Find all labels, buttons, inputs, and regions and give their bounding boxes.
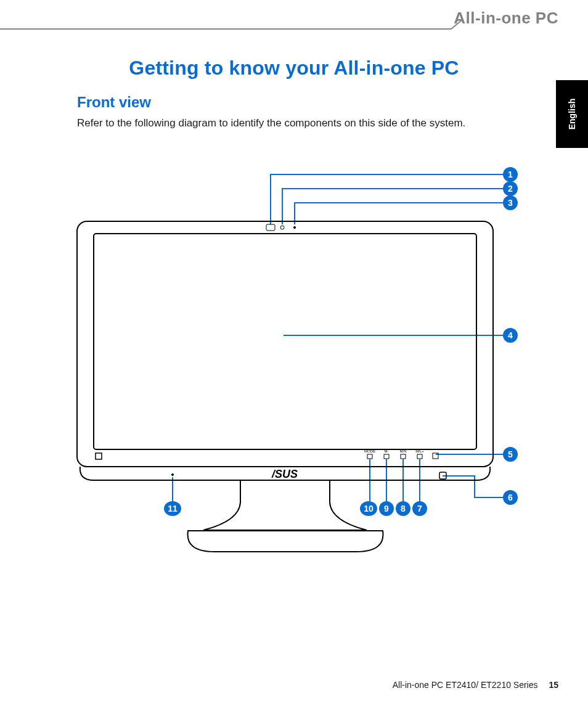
intro-text: Refer to the following diagram to identi…	[77, 117, 465, 129]
svg-text:M/L+: M/L+	[415, 449, 424, 453]
callout-4: 4	[503, 328, 518, 343]
svg-point-11	[293, 226, 295, 228]
footer-page-number: 15	[549, 680, 558, 690]
header-brand-title: All-in-one PC	[454, 9, 558, 28]
callout-3: 3	[503, 195, 518, 210]
front-view-diagram: MODE M- M/N M/L+ /SUS 1 2 3 4 5 6 7	[68, 157, 536, 558]
callout-6: 6	[503, 490, 518, 505]
callout-11: 11	[164, 501, 181, 516]
footer: All-in-one PC ET2410/ ET2210 Series 15	[393, 680, 558, 690]
svg-rect-8	[94, 234, 476, 449]
callout-7: 7	[412, 501, 427, 516]
header-rule	[0, 28, 451, 30]
callout-8: 8	[396, 501, 410, 516]
footer-model: All-in-one PC ET2410/ ET2210 Series	[393, 680, 538, 690]
svg-point-10	[280, 226, 284, 229]
callout-10: 10	[360, 501, 377, 516]
bezel-label-mode: MODE	[364, 449, 375, 453]
page-title: Getting to know your All-in-one PC	[0, 57, 588, 80]
svg-text:M/N: M/N	[400, 449, 407, 453]
svg-rect-9	[266, 224, 275, 231]
language-tab: English	[556, 80, 588, 148]
callout-1: 1	[503, 167, 518, 182]
callout-9: 9	[379, 501, 394, 516]
svg-rect-12	[96, 453, 102, 459]
svg-point-22	[171, 473, 174, 476]
svg-rect-7	[77, 221, 493, 467]
callout-5: 5	[503, 447, 518, 462]
svg-rect-16	[367, 454, 372, 459]
svg-rect-17	[384, 454, 389, 459]
section-heading: Front view	[77, 94, 151, 111]
svg-text:M-: M-	[385, 449, 389, 453]
svg-rect-19	[417, 454, 422, 459]
svg-rect-18	[401, 454, 406, 459]
brand-logo: /SUS	[271, 468, 298, 480]
callout-2: 2	[503, 181, 518, 196]
